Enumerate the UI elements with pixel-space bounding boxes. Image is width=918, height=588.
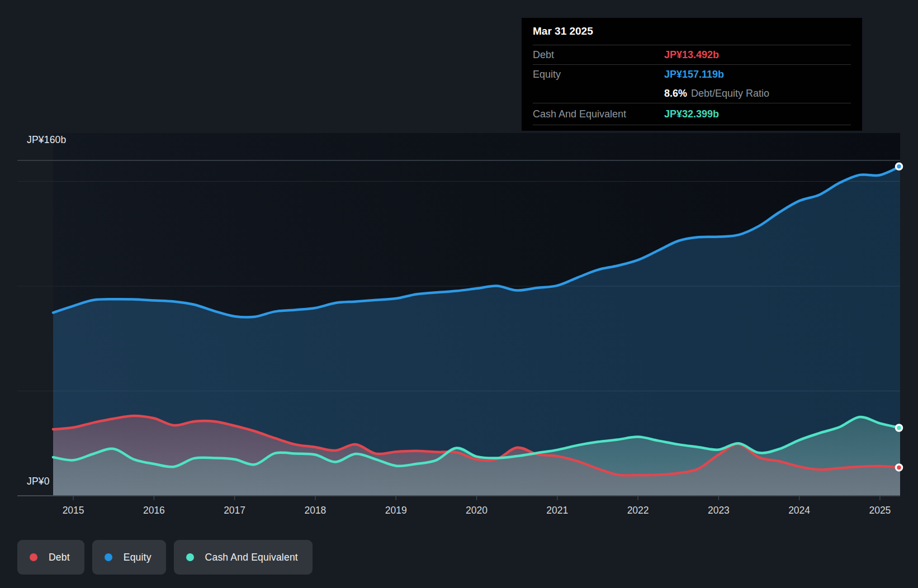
tooltip-cash-label: Cash And Equivalent: [533, 108, 664, 120]
tooltip-row-cash: Cash And Equivalent JP¥32.399b: [533, 103, 851, 125]
tooltip-panel: Mar 31 2025 Debt JP¥13.492b Equity JP¥15…: [522, 18, 862, 131]
tooltip-ratio-label: Debt/Equity Ratio: [691, 88, 769, 99]
tooltip-equity-label: Equity: [533, 69, 664, 80]
tooltip-row-ratio: 8.6% Debt/Equity Ratio: [533, 84, 851, 103]
x-tick-label: 2023: [708, 505, 730, 516]
x-tick-label: 2024: [788, 505, 810, 516]
tooltip-row-debt: Debt JP¥13.492b: [533, 45, 851, 64]
tooltip-date: Mar 31 2025: [533, 18, 851, 45]
tooltip-cash-value: JP¥32.399b: [664, 108, 719, 120]
debt-end-marker[interactable]: [896, 464, 902, 471]
legend-item-debt[interactable]: Debt: [17, 540, 84, 575]
x-tick-label: 2016: [143, 505, 165, 516]
debt-dot-icon: [30, 553, 37, 561]
x-tick-label: 2025: [869, 505, 891, 516]
legend-label: Cash And Equivalent: [205, 552, 298, 563]
tooltip-equity-value: JP¥157.119b: [664, 69, 724, 80]
y-axis-label-max: JP¥160b: [27, 134, 67, 146]
x-tick-label: 2017: [224, 505, 245, 516]
x-tick-label: 2021: [546, 505, 568, 516]
legend-label: Equity: [124, 552, 152, 563]
x-tick-label: 2018: [304, 505, 326, 516]
legend-label: Debt: [49, 552, 70, 563]
cash-and-equivalent-dot-icon: [186, 553, 194, 561]
equity-dot-icon: [105, 553, 112, 561]
y-axis-label-zero: JP¥0: [27, 476, 50, 487]
tooltip-debt-label: Debt: [533, 49, 664, 61]
tooltip-bottom-rule: [533, 125, 851, 132]
cash-end-marker[interactable]: [896, 425, 902, 431]
x-tick-label: 2022: [627, 505, 649, 516]
tooltip-row-equity: Equity JP¥157.119b: [533, 64, 851, 84]
x-tick-label: 2020: [466, 505, 488, 516]
legend-item-equity[interactable]: Equity: [92, 540, 166, 575]
tooltip-debt-value: JP¥13.492b: [664, 49, 719, 61]
tooltip-ratio-value: 8.6%: [664, 88, 687, 99]
x-tick-label: 2015: [63, 505, 84, 516]
equity-end-marker[interactable]: [896, 163, 902, 169]
chart-page: 2015201620172018201920202021202220232024…: [0, 0, 918, 588]
x-tick-label: 2019: [385, 505, 407, 516]
legend: DebtEquityCash And Equivalent: [17, 540, 313, 575]
legend-item-cash-and-equivalent[interactable]: Cash And Equivalent: [174, 540, 313, 575]
